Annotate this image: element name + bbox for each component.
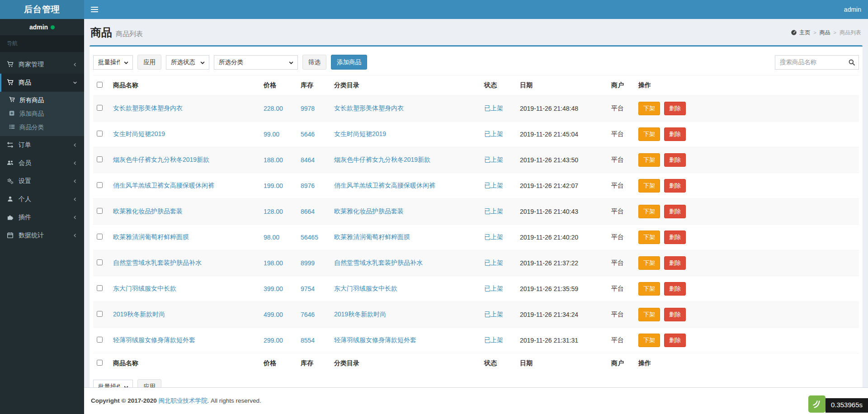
product-category-link[interactable]: 欧莱雅清润葡萄籽鲜粹面膜 bbox=[334, 233, 410, 240]
product-price-link[interactable]: 228.00 bbox=[264, 105, 283, 112]
product-stock-link[interactable]: 5646 bbox=[301, 131, 315, 138]
status-badge[interactable]: 已上架 bbox=[484, 310, 503, 318]
status-badge[interactable]: 已上架 bbox=[484, 104, 503, 112]
product-price-link[interactable]: 199.00 bbox=[264, 182, 283, 189]
delete-button[interactable]: 删除 bbox=[664, 231, 686, 244]
status-badge[interactable]: 已上架 bbox=[484, 285, 503, 292]
delete-button[interactable]: 删除 bbox=[664, 308, 686, 321]
delete-button[interactable]: 删除 bbox=[664, 153, 686, 167]
off-shelf-button[interactable]: 下架 bbox=[638, 256, 660, 270]
delete-button[interactable]: 删除 bbox=[664, 102, 686, 115]
product-name-link[interactable]: 自然堂雪域水乳套装护肤品补水 bbox=[113, 259, 202, 266]
product-stock-link[interactable]: 8999 bbox=[301, 259, 315, 267]
product-stock-link[interactable]: 56465 bbox=[301, 234, 318, 241]
product-name-link[interactable]: 东大门羽绒服女中长款 bbox=[113, 285, 176, 292]
product-stock-link[interactable]: 9754 bbox=[301, 285, 315, 292]
row-checkbox[interactable] bbox=[97, 131, 103, 136]
status-badge[interactable]: 已上架 bbox=[484, 130, 503, 137]
off-shelf-button[interactable]: 下架 bbox=[638, 127, 660, 141]
delete-button[interactable]: 删除 bbox=[664, 179, 686, 193]
product-name-link[interactable]: 欧莱雅化妆品护肤品套装 bbox=[113, 207, 183, 215]
off-shelf-button[interactable]: 下架 bbox=[638, 153, 660, 167]
status-badge[interactable]: 已上架 bbox=[484, 156, 503, 163]
sidebar-toggle-button[interactable] bbox=[84, 0, 105, 19]
product-price-link[interactable]: 499.00 bbox=[264, 311, 283, 318]
off-shelf-button[interactable]: 下架 bbox=[638, 102, 660, 115]
row-checkbox[interactable] bbox=[97, 105, 103, 111]
product-name-link[interactable]: 轻薄羽绒服女修身薄款短外套 bbox=[113, 336, 195, 343]
product-stock-link[interactable]: 8464 bbox=[301, 156, 315, 164]
product-stock-link[interactable]: 9978 bbox=[301, 105, 315, 112]
product-stock-link[interactable]: 7646 bbox=[301, 311, 315, 318]
delete-button[interactable]: 删除 bbox=[664, 282, 686, 296]
row-checkbox[interactable] bbox=[97, 234, 103, 240]
product-price-link[interactable]: 128.00 bbox=[264, 208, 283, 215]
delete-button[interactable]: 删除 bbox=[664, 256, 686, 270]
apply-button[interactable]: 应用 bbox=[137, 55, 161, 70]
status-badge[interactable]: 已上架 bbox=[484, 259, 503, 266]
add-product-button[interactable]: 添加商品 bbox=[331, 55, 367, 70]
search-input[interactable] bbox=[775, 55, 859, 70]
product-category-link[interactable]: 东大门羽绒服女中长款 bbox=[334, 285, 397, 292]
sidebar-item-statistics[interactable]: 数据统计 bbox=[0, 226, 84, 245]
off-shelf-button[interactable]: 下架 bbox=[638, 308, 660, 321]
breadcrumb-section-link[interactable]: 商品 bbox=[820, 29, 830, 37]
product-name-link[interactable]: 女长款塑形美体塑身内衣 bbox=[113, 104, 183, 112]
off-shelf-button[interactable]: 下架 bbox=[638, 231, 660, 244]
sidebar-item-products[interactable]: 商品 所有商品 添加商品 bbox=[0, 74, 84, 136]
category-select[interactable]: 所选分类 bbox=[214, 56, 297, 69]
status-badge[interactable]: 已上架 bbox=[484, 336, 503, 343]
delete-button[interactable]: 删除 bbox=[664, 127, 686, 141]
sidebar-item-orders[interactable]: 订单 bbox=[0, 136, 84, 154]
status-badge[interactable]: 已上架 bbox=[484, 233, 503, 240]
product-price-link[interactable]: 98.00 bbox=[264, 234, 279, 241]
product-name-link[interactable]: 俏生风羊羔绒卫裤女高腰保暖休闲裤 bbox=[113, 182, 214, 189]
off-shelf-button[interactable]: 下架 bbox=[638, 334, 660, 347]
product-name-link[interactable]: 2019秋冬新款时尚 bbox=[113, 310, 165, 318]
organization-link[interactable]: 闽北职业技术学院 bbox=[159, 397, 208, 404]
product-price-link[interactable]: 99.00 bbox=[264, 131, 279, 138]
status-badge[interactable]: 已上架 bbox=[484, 182, 503, 189]
product-category-link[interactable]: 俏生风羊羔绒卫裤女高腰保暖休闲裤 bbox=[334, 182, 435, 189]
product-price-link[interactable]: 299.00 bbox=[264, 337, 283, 344]
sidebar-item-merchant-management[interactable]: 商家管理 bbox=[0, 56, 84, 74]
thinkphp-logo-icon[interactable] bbox=[808, 395, 826, 413]
row-checkbox[interactable] bbox=[97, 156, 103, 162]
sidebar-item-all-products[interactable]: 所有商品 bbox=[0, 94, 84, 107]
product-price-link[interactable]: 399.00 bbox=[264, 285, 283, 292]
row-checkbox[interactable] bbox=[97, 285, 103, 291]
sidebar-item-add-product[interactable]: 添加商品 bbox=[0, 107, 84, 121]
select-all-checkbox-bottom[interactable] bbox=[97, 360, 103, 366]
row-checkbox[interactable] bbox=[97, 311, 103, 317]
off-shelf-button[interactable]: 下架 bbox=[638, 205, 660, 218]
product-stock-link[interactable]: 8976 bbox=[301, 182, 315, 189]
product-price-link[interactable]: 198.00 bbox=[264, 259, 283, 267]
delete-button[interactable]: 删除 bbox=[664, 205, 686, 218]
sidebar-item-plugins[interactable]: 插件 bbox=[0, 208, 84, 226]
product-category-link[interactable]: 女长款塑形美体塑身内衣 bbox=[334, 104, 404, 112]
off-shelf-button[interactable]: 下架 bbox=[638, 179, 660, 193]
row-checkbox[interactable] bbox=[97, 337, 103, 343]
product-name-link[interactable]: 女生时尚短裙2019 bbox=[113, 130, 165, 137]
status-select[interactable]: 所选状态 bbox=[166, 56, 209, 69]
row-checkbox[interactable] bbox=[97, 182, 103, 188]
navbar-user-menu[interactable]: admin bbox=[837, 0, 868, 19]
filter-button[interactable]: 筛选 bbox=[302, 55, 326, 70]
search-icon[interactable] bbox=[848, 59, 855, 66]
product-price-link[interactable]: 188.00 bbox=[264, 156, 283, 164]
select-all-checkbox[interactable] bbox=[97, 82, 103, 88]
product-category-link[interactable]: 轻薄羽绒服女修身薄款短外套 bbox=[334, 336, 416, 343]
product-name-link[interactable]: 烟灰色牛仔裤女九分秋冬2019新款 bbox=[113, 156, 209, 163]
product-stock-link[interactable]: 8664 bbox=[301, 208, 315, 215]
delete-button[interactable]: 删除 bbox=[664, 334, 686, 347]
product-category-link[interactable]: 自然堂雪域水乳套装护肤品补水 bbox=[334, 259, 423, 266]
breadcrumb-home-link[interactable]: 主页 bbox=[799, 29, 810, 37]
sidebar-item-product-categories[interactable]: 商品分类 bbox=[0, 121, 84, 134]
app-logo[interactable]: 后台管理 bbox=[0, 0, 84, 19]
row-checkbox[interactable] bbox=[97, 259, 103, 265]
product-stock-link[interactable]: 8554 bbox=[301, 337, 315, 344]
product-category-link[interactable]: 女生时尚短裙2019 bbox=[334, 130, 386, 137]
sidebar-item-members[interactable]: 会员 bbox=[0, 154, 84, 172]
bulk-action-select[interactable]: 批量操作 bbox=[94, 56, 132, 69]
row-checkbox[interactable] bbox=[97, 208, 103, 214]
